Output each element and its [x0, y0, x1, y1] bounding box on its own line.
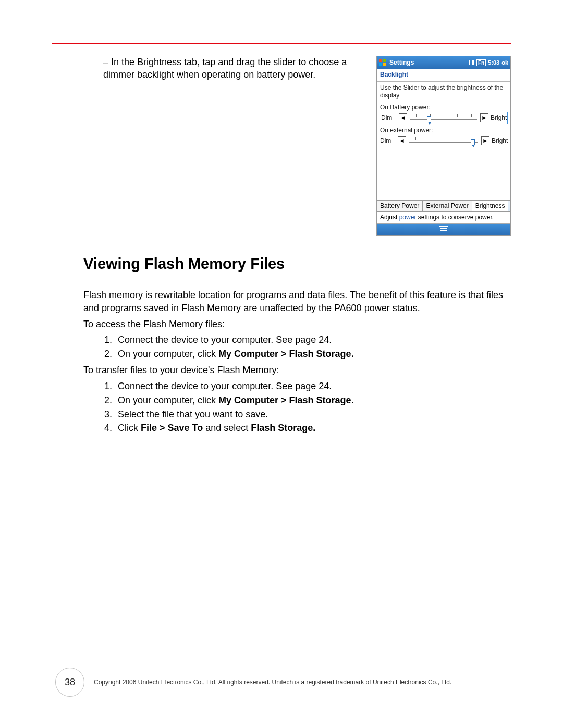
external-increase-button[interactable]: ► [481, 136, 489, 145]
list-item: 3.Select the file that you want to save. [104, 408, 511, 421]
battery-bright-label: Bright [491, 114, 506, 121]
battery-dim-label: Dim [381, 114, 397, 121]
external-bright-label: Bright [492, 137, 507, 144]
battery-brightness-slider[interactable] [409, 112, 478, 124]
external-decrease-button[interactable]: ◄ [398, 136, 406, 145]
list-item: 2.On your computer, click My Computer > … [104, 394, 511, 407]
access-step2-bold: My Computer > Flash Storage. [218, 349, 354, 359]
tab-brightness[interactable]: Brightness [472, 200, 509, 211]
transfer-step2-prefix: On your computer, click [118, 395, 218, 405]
external-brightness-slider[interactable] [408, 135, 479, 146]
access-step1: Connect the device to your computer. See… [118, 335, 332, 345]
copyright-text: Copyright 2006 Unitech Electronics Co., … [94, 678, 511, 686]
ok-button[interactable]: ok [501, 59, 508, 66]
top-red-rule [52, 43, 511, 44]
external-power-label: On external power: [380, 127, 507, 134]
brightness-instruction: – In the Brightness tab, tap and drag th… [52, 56, 368, 81]
battery-decrease-button[interactable]: ◄ [399, 113, 407, 122]
transfer-step4-prefix: Click [118, 423, 141, 433]
transfer-step4-bold1: File > Save To [141, 423, 203, 433]
list-item: 4.Click File > Save To and select Flash … [104, 422, 511, 435]
transfer-step1: Connect the device to your computer. See… [118, 381, 332, 391]
tab-endcap [508, 201, 510, 211]
pda-clock: 5:03 [488, 59, 499, 66]
access-lead: To access the Flash Memory files: [83, 318, 511, 331]
hint-suffix: settings to conserve power. [416, 214, 494, 221]
access-step2-prefix: On your computer, click [118, 349, 218, 359]
tab-battery-power[interactable]: Battery Power [377, 201, 423, 211]
instruction-dash: – [103, 57, 108, 67]
section-rule [83, 277, 511, 277]
instruction-text: In the Brightness tab, tap and drag the … [103, 57, 347, 80]
battery-slider-row: Dim ◄ ► Bright [380, 112, 507, 124]
transfer-step3: Select the file that you want to save. [118, 409, 268, 419]
tab-external-power[interactable]: External Power [423, 201, 472, 211]
external-dim-label: Dim [380, 137, 396, 144]
hint-prefix: Adjust [380, 214, 399, 221]
body-block: Flash memory is rewritable location for … [52, 289, 511, 435]
windows-flag-icon [379, 59, 386, 66]
top-row: – In the Brightness tab, tap and drag th… [52, 56, 511, 236]
keyboard-icon[interactable] [439, 226, 448, 232]
list-item: 2.On your computer, click My Computer > … [104, 348, 511, 361]
power-link[interactable]: power [399, 214, 417, 221]
page-number: 38 [55, 668, 84, 697]
connectivity-icon [468, 60, 474, 65]
section-heading: Viewing Flash Memory Files [52, 255, 511, 273]
pda-subheader: Backlight [377, 69, 510, 82]
intro-paragraph: Flash memory is rewritable location for … [83, 289, 511, 315]
pda-hint: Adjust power settings to conserve power. [377, 212, 510, 224]
pda-title: Settings [389, 59, 465, 66]
fn-indicator: Fn [476, 59, 486, 66]
page-footer: 38 Copyright 2006 Unitech Electronics Co… [0, 668, 563, 697]
pda-bottombar [377, 224, 510, 235]
external-slider-row: Dim ◄ ► Bright [380, 135, 507, 146]
transfer-step4-mid: and select [203, 423, 251, 433]
transfer-step4-bold2: Flash Storage. [251, 423, 315, 433]
access-list: 1.Connect the device to your computer. S… [83, 334, 511, 361]
list-item: 1.Connect the device to your computer. S… [104, 334, 511, 347]
list-item: 1.Connect the device to your computer. S… [104, 380, 511, 393]
pda-titlebar: Settings Fn 5:03 ok [377, 56, 510, 69]
battery-increase-button[interactable]: ► [480, 113, 488, 122]
pda-description: Use the Slider to adjust the brightness … [380, 84, 507, 100]
pda-tabs: Battery Power External Power Brightness [377, 200, 510, 212]
transfer-lead: To transfer files to your device's Flash… [83, 364, 511, 377]
transfer-list: 1.Connect the device to your computer. S… [83, 380, 511, 435]
pda-status-icons: Fn 5:03 ok [468, 59, 508, 66]
pda-screenshot: Settings Fn 5:03 ok Backlight Use the Sl… [376, 56, 511, 236]
pda-body: Use the Slider to adjust the brightness … [377, 82, 510, 200]
transfer-step2-bold: My Computer > Flash Storage. [218, 395, 354, 405]
battery-power-label: On Battery power: [380, 104, 507, 111]
